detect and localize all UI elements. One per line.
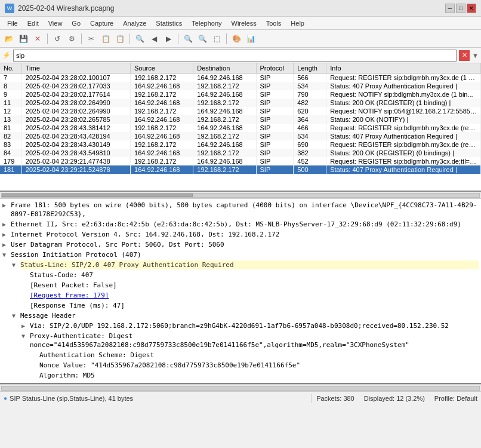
status-bar: ● SIP Status-Line (sip.Status-Line), 41 … [0,391,481,404]
menu-item-statistics[interactable]: Statistics [151,19,187,28]
cut-button[interactable]: ✂ [85,32,98,45]
zoom-reset-button[interactable]: ⬚ [210,32,223,45]
copy-button[interactable]: 📋 [99,32,112,45]
packet-detail[interactable]: ▶Frame 181: 500 bytes on wire (4000 bits… [0,199,481,384]
table-row[interactable]: 72025-02-04 23:28:02.100107192.168.2.172… [0,73,481,82]
cell-source: 192.168.2.172 [131,90,193,99]
table-row[interactable]: 1792025-02-04 23:29:21.477438192.168.2.1… [0,157,481,165]
stats-button[interactable]: 📊 [244,32,257,45]
cell-proto: SIP [256,149,294,157]
menu-item-help[interactable]: Help [286,19,309,28]
col-proto[interactable]: Protocol [256,63,294,73]
detail-toggle-frame[interactable]: ▶ [2,201,11,210]
cell-len: 466 [294,124,326,132]
filter-dropdown-button[interactable]: ▼ [472,52,479,59]
cell-time: 2025-02-04 23:28:02.177614 [21,90,130,99]
col-no[interactable]: No. [0,63,21,73]
packet-list[interactable]: No. Time Source Destination Protocol Len… [0,63,481,192]
cell-proto: SIP [256,140,294,149]
table-row[interactable]: 832025-02-04 23:28:43.430149192.168.2.17… [0,140,481,149]
prev-button[interactable]: ◀ [147,32,161,45]
detail-line-algorithm: Algorithm: MD5 [0,370,481,381]
cell-len: 382 [294,149,326,157]
colorize-button[interactable]: 🎨 [230,32,243,45]
toolbar-separator-1 [47,33,48,44]
col-dest[interactable]: Destination [193,63,256,73]
next-button[interactable]: ▶ [162,32,175,45]
table-row[interactable]: 112025-02-04 23:28:02.264990164.92.246.1… [0,99,481,107]
detail-content-request-frame[interactable]: [Request Frame: 179] [30,291,479,300]
table-row[interactable]: 82025-02-04 23:28:02.177033164.92.246.16… [0,82,481,90]
detail-content-frame: Frame 181: 500 bytes on wire (4000 bits)… [11,201,479,219]
col-time[interactable]: Time [21,63,130,73]
detail-toggle-via[interactable]: ▶ [21,321,30,330]
menu-item-wireless[interactable]: Wireless [227,19,261,28]
cell-no: 179 [0,157,21,165]
table-row[interactable]: 1812025-02-04 23:29:21.524878164.92.246.… [0,165,481,174]
menu-item-go[interactable]: Go [67,19,85,28]
detail-toggle-proxy-auth[interactable]: ▼ [21,332,30,340]
paste-button[interactable]: 📋 [113,32,127,45]
detail-line-request-frame[interactable]: [Request Frame: 179] [0,290,481,300]
detail-content-via: Via: SIP/2.0/UDP 192.168.2.172:5060;bran… [30,321,479,330]
zoom-in-button[interactable]: 🔍 [181,32,195,45]
hscroll-track[interactable] [1,193,480,198]
cell-info: Status: 200 OK (REGISTER) (0 bindings) | [326,149,481,157]
zoom-out-button[interactable]: 🔍 [196,32,209,45]
cell-source: 164.92.246.168 [131,82,193,90]
menu-item-analyze[interactable]: Analyze [118,19,151,28]
menu-item-view[interactable]: View [44,19,67,28]
table-row[interactable]: 132025-02-04 23:28:02.265785164.92.246.1… [0,115,481,124]
detail-toggle-message-header[interactable]: ▼ [12,311,20,320]
col-info[interactable]: Info [326,63,481,73]
menu-item-file[interactable]: File [2,19,23,28]
cell-no: 83 [0,140,21,149]
filter-clear-button[interactable]: ✕ [459,50,470,61]
capture-options-button[interactable]: ⚙ [65,32,78,45]
table-row[interactable]: 842025-02-04 23:28:43.549810164.92.246.1… [0,149,481,157]
detail-content-nonce: Nonce Value: "414d535967a2082108:c98d775… [39,361,479,370]
bottom-hscroll[interactable] [0,384,481,391]
maximize-button[interactable]: □ [456,4,465,13]
close-button[interactable]: ✕ [467,4,476,13]
cell-len: 790 [294,90,326,99]
packet-tbody: 72025-02-04 23:28:02.100107192.168.2.172… [0,73,481,174]
menu-item-capture[interactable]: Capture [85,19,118,28]
menu-item-telephony[interactable]: Telephony [187,19,226,28]
menu-item-tools[interactable]: Tools [261,19,286,28]
table-row[interactable]: 822025-02-04 23:28:43.428194164.92.246.1… [0,132,481,140]
detail-toggle-udp[interactable]: ▶ [2,240,11,249]
close-file-button[interactable]: ✕ [31,32,44,45]
cell-source: 192.168.2.172 [131,73,193,82]
col-source[interactable]: Source [131,63,193,73]
detail-line-status-line: ▼Status-Line: SIP/2.0 407 Proxy Authenti… [0,260,481,270]
table-row[interactable]: 122025-02-04 23:28:02.264990192.168.2.17… [0,107,481,115]
cell-dest: 164.92.246.168 [193,140,256,149]
cell-dest: 192.168.2.172 [193,165,256,174]
col-len[interactable]: Length [294,63,326,73]
detail-toggle-ethernet[interactable]: ▶ [2,220,11,229]
bottom-hscroll-track[interactable] [1,386,480,391]
table-row[interactable]: 812025-02-04 23:28:43.381412192.168.2.17… [0,124,481,132]
cell-time: 2025-02-04 23:28:02.264990 [21,107,130,115]
packet-hscroll[interactable] [0,192,481,199]
minimize-button[interactable]: ─ [445,4,455,13]
cell-proto: SIP [256,73,294,82]
detail-toggle-ip[interactable]: ▶ [2,230,11,239]
cell-proto: SIP [256,157,294,165]
cell-info: Status: 200 OK (REGISTER) (1 binding) | [326,99,481,107]
table-row[interactable]: 92025-02-04 23:28:02.177614192.168.2.172… [0,90,481,99]
cell-time: 2025-02-04 23:28:02.264990 [21,99,130,107]
hscroll-thumb[interactable] [2,194,193,197]
cell-no: 13 [0,115,21,124]
cell-proto: SIP [256,124,294,132]
find-button[interactable]: 🔍 [133,32,146,45]
detail-line-via: ▶Via: SIP/2.0/UDP 192.168.2.172:5060;bra… [0,321,481,331]
reload-button[interactable]: ↺ [51,32,64,45]
save-button[interactable]: 💾 [17,32,30,45]
detail-toggle-status-line[interactable]: ▼ [12,260,20,269]
filter-input[interactable] [13,50,457,62]
menu-item-edit[interactable]: Edit [23,19,44,28]
detail-toggle-sip[interactable]: ▼ [2,250,11,259]
open-button[interactable]: 📂 [2,32,16,45]
